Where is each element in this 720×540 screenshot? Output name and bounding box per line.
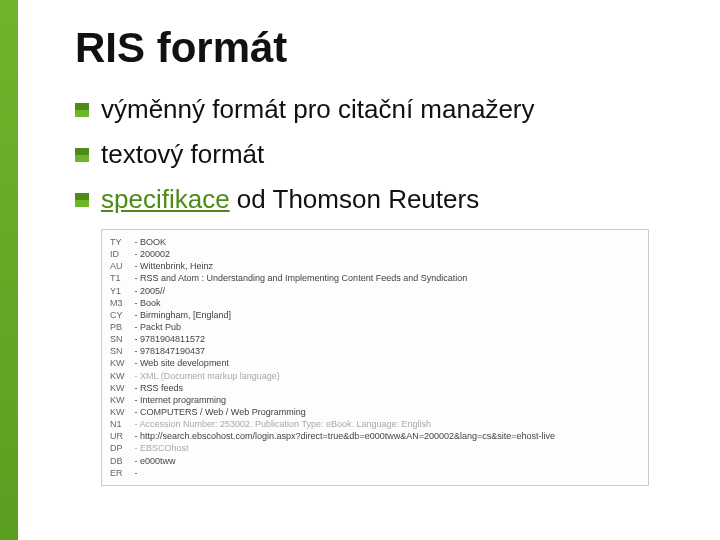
ris-tag: M3 — [110, 297, 132, 309]
ris-line: CY - Birmingham, [England] — [110, 309, 640, 321]
ris-sep: - — [132, 237, 140, 247]
ris-line: N1 - Accession Number: 253002. Publicati… — [110, 418, 640, 430]
ris-sep: - — [132, 358, 140, 368]
bullet-text: výměnný formát pro citační manažery — [101, 94, 535, 125]
bullet-text: specifikace od Thomson Reuters — [101, 184, 479, 215]
ris-value: http://search.ebscohost.com/login.aspx?d… — [140, 431, 555, 441]
ris-line: DB - e000tww — [110, 455, 640, 467]
ris-value: Wittenbrink, Heinz — [140, 261, 213, 271]
ris-line: ID - 200002 — [110, 248, 640, 260]
ris-sep: - — [132, 395, 140, 405]
ris-sep: - — [132, 431, 140, 441]
ris-sep: - — [132, 456, 140, 466]
ris-value: COMPUTERS / Web / Web Programming — [140, 407, 306, 417]
ris-line: KW - Internet programming — [110, 394, 640, 406]
ris-sep: - — [132, 286, 140, 296]
ris-tag: KW — [110, 357, 132, 369]
bullet-icon — [75, 148, 89, 162]
ris-value: Book — [140, 298, 161, 308]
ris-tag: PB — [110, 321, 132, 333]
ris-sep: - — [132, 346, 140, 356]
ris-sep: - — [132, 419, 140, 429]
ris-value: 200002 — [140, 249, 170, 259]
ris-tag: KW — [110, 382, 132, 394]
ris-value: XML (Document markup language) — [140, 371, 280, 381]
ris-value: BOOK — [140, 237, 166, 247]
ris-value: 9781847190437 — [140, 346, 205, 356]
ris-line: SN - 9781904811572 — [110, 333, 640, 345]
ris-tag: SN — [110, 333, 132, 345]
ris-line: TY - BOOK — [110, 236, 640, 248]
bullet-list: výměnný formát pro citační manažery text… — [75, 94, 690, 215]
ris-line: UR - http://search.ebscohost.com/login.a… — [110, 430, 640, 442]
ris-sep: - — [132, 443, 140, 453]
ris-value: Internet programming — [140, 395, 226, 405]
ris-line: PB - Packt Pub — [110, 321, 640, 333]
ris-line: SN - 9781847190437 — [110, 345, 640, 357]
ris-sep: - — [132, 298, 140, 308]
ris-sep: - — [132, 310, 140, 320]
bullet-icon — [75, 103, 89, 117]
ris-tag: T1 — [110, 272, 132, 284]
ris-tag: UR — [110, 430, 132, 442]
ris-tag: KW — [110, 406, 132, 418]
ris-value: Web site development — [140, 358, 229, 368]
ris-sep: - — [132, 383, 140, 393]
ris-line: ER - — [110, 467, 640, 479]
ris-value: 2005// — [140, 286, 165, 296]
ris-value: RSS feeds — [140, 383, 183, 393]
ris-line: KW - XML (Document markup language) — [110, 370, 640, 382]
ris-value: Birmingham, [England] — [140, 310, 231, 320]
ris-sep: - — [132, 371, 140, 381]
bullet-rest: od Thomson Reuters — [230, 184, 480, 214]
ris-tag: Y1 — [110, 285, 132, 297]
ris-sep: - — [132, 334, 140, 344]
bullet-text: textový formát — [101, 139, 264, 170]
bullet-item: specifikace od Thomson Reuters — [75, 184, 690, 215]
ris-value: 9781904811572 — [140, 334, 205, 344]
ris-tag: DP — [110, 442, 132, 454]
ris-line: M3 - Book — [110, 297, 640, 309]
ris-sep: - — [132, 322, 140, 332]
ris-line: KW - Web site development — [110, 357, 640, 369]
ris-example-box: TY - BOOKID - 200002AU - Wittenbrink, He… — [101, 229, 649, 486]
left-accent-stripe — [0, 0, 18, 540]
ris-sep: - — [132, 468, 138, 478]
bullet-item: textový formát — [75, 139, 690, 170]
ris-line: Y1 - 2005// — [110, 285, 640, 297]
ris-tag: KW — [110, 370, 132, 382]
ris-value: e000tww — [140, 456, 176, 466]
ris-sep: - — [132, 249, 140, 259]
ris-tag: SN — [110, 345, 132, 357]
ris-tag: ID — [110, 248, 132, 260]
bullet-icon — [75, 193, 89, 207]
ris-tag: ER — [110, 467, 132, 479]
ris-tag: DB — [110, 455, 132, 467]
ris-value: RSS and Atom : Understanding and Impleme… — [140, 273, 467, 283]
ris-tag: N1 — [110, 418, 132, 430]
ris-line: AU - Wittenbrink, Heinz — [110, 260, 640, 272]
ris-line: KW - RSS feeds — [110, 382, 640, 394]
specification-link[interactable]: specifikace — [101, 184, 230, 214]
ris-line: KW - COMPUTERS / Web / Web Programming — [110, 406, 640, 418]
ris-value: Accession Number: 253002. Publication Ty… — [140, 419, 432, 429]
ris-sep: - — [132, 273, 140, 283]
ris-value: Packt Pub — [140, 322, 181, 332]
ris-tag: AU — [110, 260, 132, 272]
ris-sep: - — [132, 407, 140, 417]
slide-title: RIS formát — [75, 24, 690, 72]
ris-tag: CY — [110, 309, 132, 321]
ris-sep: - — [132, 261, 140, 271]
ris-line: DP - EBSCOhost — [110, 442, 640, 454]
ris-tag: KW — [110, 394, 132, 406]
ris-value: EBSCOhost — [140, 443, 189, 453]
ris-tag: TY — [110, 236, 132, 248]
bullet-item: výměnný formát pro citační manažery — [75, 94, 690, 125]
ris-line: T1 - RSS and Atom : Understanding and Im… — [110, 272, 640, 284]
slide-content: RIS formát výměnný formát pro citační ma… — [75, 24, 690, 520]
